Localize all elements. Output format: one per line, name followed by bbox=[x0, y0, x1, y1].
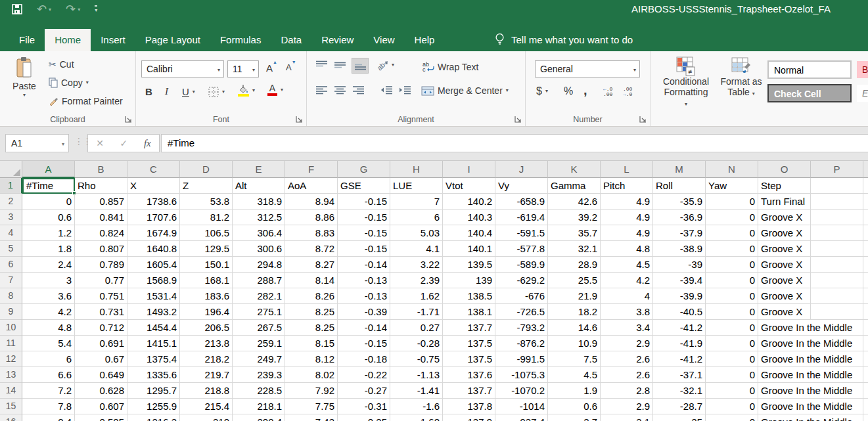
redo-button[interactable]: ↷ ▾ bbox=[66, 2, 80, 16]
cell-L10[interactable]: 3.4 bbox=[601, 320, 653, 336]
column-header-L[interactable]: L bbox=[601, 161, 653, 178]
cell-I12[interactable]: 137.5 bbox=[443, 351, 495, 367]
cell-partial-11[interactable] bbox=[863, 336, 868, 351]
cell-G3[interactable]: -0.15 bbox=[338, 210, 390, 225]
cell-L6[interactable]: 4.5 bbox=[601, 257, 653, 273]
cell-D16[interactable]: 210 bbox=[180, 414, 233, 421]
cell-C7[interactable]: 1568.9 bbox=[127, 273, 180, 288]
cell-L8[interactable]: 4 bbox=[601, 288, 653, 304]
cell-O12[interactable]: Groove In the Middle bbox=[758, 351, 811, 367]
cell-F7[interactable]: 8.14 bbox=[285, 273, 338, 288]
cell-A5[interactable]: 1.8 bbox=[22, 241, 75, 257]
cell-K9[interactable]: 18.2 bbox=[548, 304, 601, 320]
cell-M6[interactable]: -39 bbox=[653, 257, 706, 273]
row-header-2[interactable]: 2 bbox=[0, 194, 22, 210]
cell-N15[interactable]: 0 bbox=[706, 399, 758, 414]
merge-center-button[interactable]: Merge & Center ▾ bbox=[421, 85, 509, 96]
cell-J14[interactable]: -1070.2 bbox=[495, 383, 548, 399]
cell-L3[interactable]: 4.9 bbox=[601, 210, 653, 225]
cell-H7[interactable]: 2.39 bbox=[390, 273, 443, 288]
cell-H6[interactable]: 3.22 bbox=[390, 257, 443, 273]
underline-button[interactable]: U ▾ bbox=[182, 86, 195, 97]
cell-A6[interactable]: 2.4 bbox=[22, 257, 75, 273]
cell-B5[interactable]: 0.807 bbox=[75, 241, 127, 257]
cell-F10[interactable]: 8.25 bbox=[285, 320, 338, 336]
align-right-button[interactable] bbox=[353, 85, 364, 95]
italic-button[interactable]: I bbox=[165, 86, 168, 97]
cell-A15[interactable]: 7.8 bbox=[22, 399, 75, 414]
style-chip-normal[interactable]: Normal bbox=[767, 60, 852, 79]
orientation-caret-icon[interactable]: ▾ bbox=[392, 62, 394, 68]
cell-B4[interactable]: 0.824 bbox=[75, 225, 127, 241]
name-box[interactable]: A1 ▾ bbox=[5, 134, 69, 152]
cell-partial-6[interactable] bbox=[863, 257, 868, 273]
cut-button[interactable]: ✂ Cut bbox=[49, 59, 74, 70]
cell-O10[interactable]: Groove In the Middle bbox=[758, 320, 811, 336]
cell-F2[interactable]: 8.94 bbox=[285, 194, 338, 210]
cell-O1[interactable]: Step bbox=[758, 178, 811, 194]
cell-J4[interactable]: -591.5 bbox=[495, 225, 548, 241]
clipboard-dialog-launcher[interactable] bbox=[125, 116, 132, 123]
conditional-formatting-button[interactable]: ≠ Conditional Formatting ▾ bbox=[662, 56, 710, 108]
cell-H13[interactable]: -1.13 bbox=[390, 367, 443, 383]
cell-H1[interactable]: LUE bbox=[390, 178, 443, 194]
cell-partial-4[interactable] bbox=[863, 225, 868, 241]
cell-F8[interactable]: 8.26 bbox=[285, 288, 338, 304]
tab-page-layout[interactable]: Page Layout bbox=[135, 29, 210, 51]
save-button[interactable] bbox=[12, 4, 22, 14]
customize-qat-button[interactable]: ▾ bbox=[95, 5, 97, 13]
cell-D14[interactable]: 218.8 bbox=[180, 383, 233, 399]
cell-A14[interactable]: 7.2 bbox=[22, 383, 75, 399]
cell-H16[interactable]: -1.68 bbox=[390, 414, 443, 421]
cell-N6[interactable]: 0 bbox=[706, 257, 758, 273]
cell-J16[interactable]: -937.4 bbox=[495, 414, 548, 421]
cell-O14[interactable]: Groove In the Middle bbox=[758, 383, 811, 399]
cell-O13[interactable]: Groove In the Middle bbox=[758, 367, 811, 383]
row-header-15[interactable]: 15 bbox=[0, 399, 22, 414]
cell-L15[interactable]: 2.9 bbox=[601, 399, 653, 414]
cell-J15[interactable]: -1014 bbox=[495, 399, 548, 414]
font-color-button[interactable]: A ▾ bbox=[267, 84, 283, 96]
cell-J10[interactable]: -793.2 bbox=[495, 320, 548, 336]
insert-function-button[interactable]: fx bbox=[144, 138, 151, 149]
cell-L11[interactable]: 2.9 bbox=[601, 336, 653, 351]
cell-L5[interactable]: 4.8 bbox=[601, 241, 653, 257]
cell-partial-3[interactable] bbox=[863, 210, 868, 225]
cell-E12[interactable]: 249.7 bbox=[233, 351, 285, 367]
number-format-combo[interactable]: General ▾ bbox=[535, 60, 640, 78]
cell-partial-14[interactable] bbox=[863, 383, 868, 399]
cell-A2[interactable]: 0 bbox=[22, 194, 75, 210]
cell-H11[interactable]: -0.28 bbox=[390, 336, 443, 351]
cell-C13[interactable]: 1335.6 bbox=[127, 367, 180, 383]
cell-B9[interactable]: 0.731 bbox=[75, 304, 127, 320]
cell-E1[interactable]: Alt bbox=[233, 178, 285, 194]
row-header-11[interactable]: 11 bbox=[0, 336, 22, 351]
select-all-button[interactable] bbox=[0, 161, 22, 178]
cell-C5[interactable]: 1640.8 bbox=[127, 241, 180, 257]
cell-I7[interactable]: 139 bbox=[443, 273, 495, 288]
cell-A10[interactable]: 4.8 bbox=[22, 320, 75, 336]
row-header-16[interactable]: 16 bbox=[0, 414, 22, 421]
cell-D3[interactable]: 81.2 bbox=[180, 210, 233, 225]
cell-C16[interactable]: 1216.3 bbox=[127, 414, 180, 421]
cell-C3[interactable]: 1707.6 bbox=[127, 210, 180, 225]
cell-M5[interactable]: -38.9 bbox=[653, 241, 706, 257]
column-header-P[interactable]: P bbox=[811, 161, 863, 178]
decrease-indent-button[interactable] bbox=[380, 85, 392, 95]
cell-B8[interactable]: 0.751 bbox=[75, 288, 127, 304]
cell-F3[interactable]: 8.86 bbox=[285, 210, 338, 225]
cell-G6[interactable]: -0.14 bbox=[338, 257, 390, 273]
cell-A9[interactable]: 4.2 bbox=[22, 304, 75, 320]
paste-caret-icon[interactable]: ▾ bbox=[5, 93, 43, 98]
cell-D8[interactable]: 183.6 bbox=[180, 288, 233, 304]
comma-style-button[interactable]: , bbox=[583, 83, 587, 98]
cell-N1[interactable]: Yaw bbox=[706, 178, 758, 194]
fill-color-caret-icon[interactable]: ▾ bbox=[252, 88, 255, 93]
cell-F16[interactable]: 7.43 bbox=[285, 414, 338, 421]
tab-insert[interactable]: Insert bbox=[91, 29, 135, 51]
cell-partial-16[interactable] bbox=[863, 414, 868, 421]
cell-M4[interactable]: -37.9 bbox=[653, 225, 706, 241]
cell-N4[interactable]: 0 bbox=[706, 225, 758, 241]
column-header-J[interactable]: J bbox=[495, 161, 548, 178]
cell-I8[interactable]: 138.5 bbox=[443, 288, 495, 304]
